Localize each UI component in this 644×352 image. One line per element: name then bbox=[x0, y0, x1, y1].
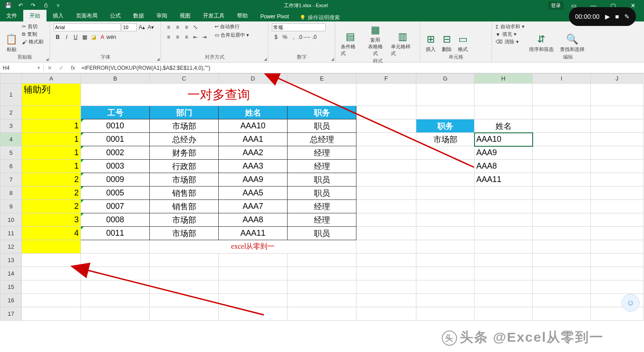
col-C[interactable]: C bbox=[150, 74, 219, 84]
row-10[interactable]: 10 bbox=[0, 213, 22, 227]
cell-footer[interactable]: excel从零到一 bbox=[150, 240, 356, 254]
align-left-icon[interactable]: ≡ bbox=[165, 33, 173, 41]
cell-D3[interactable]: AAA10 bbox=[219, 119, 288, 133]
cell-B3[interactable]: 0010 bbox=[81, 119, 150, 133]
cell-C11[interactable]: 市场部 bbox=[150, 227, 219, 240]
cell-D10[interactable]: AAA8 bbox=[219, 213, 288, 227]
cell-A4[interactable]: 1 bbox=[22, 133, 81, 146]
tab-formulas[interactable]: 公式 bbox=[104, 10, 127, 21]
tab-powerpivot[interactable]: Power Pivot bbox=[254, 12, 295, 21]
cell-C9[interactable]: 销售部 bbox=[150, 200, 219, 213]
font-launcher-icon[interactable]: ◢ bbox=[157, 57, 160, 61]
cut-button[interactable]: ✂剪切 bbox=[22, 23, 38, 30]
cell-A12[interactable] bbox=[22, 240, 81, 254]
cell-C10[interactable]: 市场部 bbox=[150, 213, 219, 227]
tab-view[interactable]: 视图 bbox=[174, 10, 197, 21]
col-headers[interactable]: A B C D E F G H I J bbox=[0, 74, 644, 84]
cell-D7[interactable]: AAA9 bbox=[219, 173, 288, 187]
font-name-select[interactable] bbox=[54, 23, 121, 31]
cell-D11[interactable]: AAA11 bbox=[219, 227, 288, 240]
save-icon[interactable]: 💾 bbox=[3, 1, 13, 10]
col-D[interactable]: D bbox=[219, 74, 288, 84]
play-icon[interactable]: ▶ bbox=[605, 13, 610, 20]
find-select-button[interactable]: 🔍查找和选择 bbox=[558, 23, 586, 54]
cell-B5[interactable]: 0002 bbox=[81, 146, 150, 160]
bold-button[interactable]: B bbox=[54, 33, 62, 41]
col-A[interactable]: A bbox=[22, 74, 81, 84]
cell-D5[interactable]: AAA2 bbox=[219, 146, 288, 160]
row-15[interactable]: 15 bbox=[0, 280, 22, 294]
cell-D6[interactable]: AAA3 bbox=[219, 160, 288, 173]
wrap-text-button[interactable]: ↩ 自动换行 bbox=[215, 23, 249, 30]
fx-icon[interactable]: fx bbox=[67, 65, 79, 71]
cell-E2[interactable]: 职务 bbox=[288, 106, 356, 119]
stop-icon[interactable]: ■ bbox=[615, 13, 619, 20]
cell-C7[interactable]: 市场部 bbox=[150, 173, 219, 187]
cell-C3[interactable]: 市场部 bbox=[150, 119, 219, 133]
align-launcher-icon[interactable]: ◢ bbox=[264, 57, 267, 61]
formula-input[interactable]: =IFERROR(VLOOKUP(ROW(A1),$A$2:$E$11,4,0)… bbox=[79, 65, 644, 71]
row-1[interactable]: 1 bbox=[0, 84, 22, 106]
cond-format-button[interactable]: ▤条件格式 bbox=[339, 23, 361, 58]
row-3[interactable]: 3 bbox=[0, 119, 22, 133]
undo-icon[interactable]: ↶ bbox=[15, 1, 26, 10]
increase-font-icon[interactable]: A▴ bbox=[138, 23, 146, 31]
cell-B7[interactable]: 0009 bbox=[81, 173, 150, 187]
format-painter-button[interactable]: 🖌格式刷 bbox=[22, 38, 43, 45]
align-top-icon[interactable]: ≡ bbox=[165, 23, 173, 31]
edit-icon[interactable]: ✎ bbox=[624, 13, 630, 20]
row-5[interactable]: 5 bbox=[0, 146, 22, 160]
font-color-button[interactable]: A bbox=[98, 33, 106, 41]
underline-button[interactable]: U bbox=[72, 33, 80, 41]
redo-icon[interactable]: ↷ bbox=[28, 1, 38, 10]
login-button[interactable]: 登录 bbox=[548, 1, 564, 10]
cell-A6[interactable]: 1 bbox=[22, 160, 81, 173]
align-right-icon[interactable]: ≡ bbox=[182, 33, 191, 41]
tab-file[interactable]: 文件 bbox=[0, 10, 23, 21]
clear-button[interactable]: ⌫ 清除 ▾ bbox=[496, 38, 519, 45]
cell-B9[interactable]: 0007 bbox=[81, 200, 150, 213]
cell-A7[interactable]: 2 bbox=[22, 173, 81, 187]
col-E[interactable]: E bbox=[288, 74, 356, 84]
tab-data[interactable]: 数据 bbox=[127, 10, 150, 21]
cell-E9[interactable]: 经理 bbox=[288, 200, 356, 213]
row-7[interactable]: 7 bbox=[0, 173, 22, 187]
tab-home[interactable]: 开始 bbox=[23, 10, 47, 21]
sort-filter-button[interactable]: ⇵排序和筛选 bbox=[527, 23, 555, 54]
cell-E10[interactable]: 经理 bbox=[288, 213, 356, 227]
col-B[interactable]: B bbox=[81, 74, 150, 84]
cell-B8[interactable]: 0005 bbox=[81, 187, 150, 200]
copy-button[interactable]: ⧉复制 bbox=[22, 31, 37, 38]
comma-icon[interactable]: , bbox=[290, 33, 298, 41]
spreadsheet[interactable]: A B C D E F G H I J 1 辅助列 一对多查询 2 工号 部门 … bbox=[0, 73, 644, 321]
cell-A2[interactable] bbox=[22, 106, 81, 119]
tab-insert[interactable]: 插入 bbox=[47, 10, 70, 21]
orientation-icon[interactable]: ⤡ bbox=[191, 23, 199, 31]
cell-E5[interactable]: 经理 bbox=[288, 146, 356, 160]
quick-icon[interactable]: ▿ bbox=[53, 1, 64, 10]
namebox-dropdown-icon[interactable]: ▼ bbox=[37, 66, 41, 70]
cell-C5[interactable]: 财务部 bbox=[150, 146, 219, 160]
cell-E8[interactable]: 职员 bbox=[288, 187, 356, 200]
number-format-select[interactable] bbox=[272, 23, 326, 31]
decrease-font-icon[interactable]: A▾ bbox=[147, 23, 155, 31]
row-9[interactable]: 9 bbox=[0, 200, 22, 213]
tell-me[interactable]: 💡 操作说明搜索 bbox=[295, 14, 340, 21]
cell-C2[interactable]: 部门 bbox=[150, 106, 219, 119]
border-button[interactable]: ▦ bbox=[80, 33, 89, 41]
clipboard-launcher-icon[interactable]: ◢ bbox=[46, 57, 49, 61]
currency-icon[interactable]: $ bbox=[272, 33, 280, 41]
cell-D8[interactable]: AAA5 bbox=[219, 187, 288, 200]
row-4[interactable]: 4 bbox=[0, 133, 22, 146]
table-style-button[interactable]: ▦套用 表格格式 bbox=[364, 23, 386, 58]
font-size-select[interactable] bbox=[122, 23, 137, 31]
dec-decimal-icon[interactable]: ←.0 bbox=[308, 33, 316, 41]
align-middle-icon[interactable]: ≡ bbox=[174, 23, 182, 31]
row-14[interactable]: 14 bbox=[0, 267, 22, 280]
cell-E11[interactable]: 职员 bbox=[288, 227, 356, 240]
cell-C4[interactable]: 总经办 bbox=[150, 133, 219, 146]
cell-A10[interactable]: 3 bbox=[22, 213, 81, 227]
cell-H4[interactable]: AAA10 bbox=[475, 133, 533, 146]
row-16[interactable]: 16 bbox=[0, 294, 22, 307]
insert-cells-button[interactable]: ⊞插入 bbox=[424, 23, 437, 54]
